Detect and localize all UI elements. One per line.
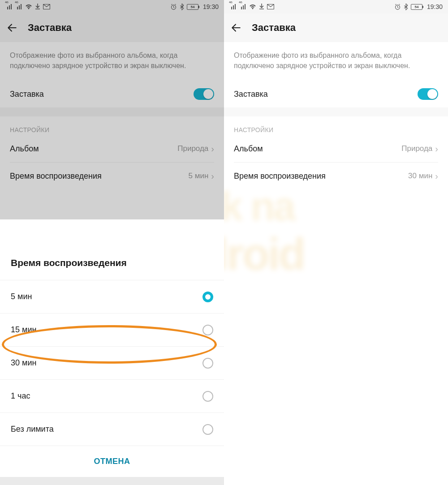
clock-text: 19:30 (203, 3, 219, 10)
option-nolimit[interactable]: Без лимита (0, 412, 224, 446)
back-button[interactable] (230, 22, 242, 34)
radio-selected-icon[interactable] (202, 292, 213, 302)
playback-time-sheet: Время воспроизведения 5 мин 15 мин 30 ми… (0, 245, 224, 485)
wifi-icon (249, 4, 256, 9)
battery-icon: 54 (187, 4, 198, 10)
sheet-title: Время воспроизведения (0, 245, 224, 280)
arrow-left-icon (6, 22, 18, 34)
screensaver-toggle-row[interactable]: Заставка (224, 81, 448, 107)
app-header: Заставка (224, 13, 448, 42)
option-5min[interactable]: 5 мин (0, 280, 224, 313)
screensaver-toggle-label: Заставка (10, 90, 44, 99)
option-label: 30 мин (11, 358, 36, 368)
album-value: Природа (401, 144, 432, 153)
empty-area (224, 189, 448, 458)
album-label: Альбом (10, 144, 39, 154)
toggle-switch[interactable] (418, 88, 438, 100)
screensaver-toggle-row[interactable]: Заставка (0, 81, 224, 107)
option-1hour[interactable]: 1 час (0, 379, 224, 412)
option-label: Без лимита (11, 425, 54, 434)
bluetooth-icon (404, 4, 408, 10)
playback-value: 30 мин (408, 172, 432, 180)
album-row[interactable]: Альбом Природа › (224, 135, 448, 162)
battery-icon: 54 (411, 4, 422, 10)
playback-row[interactable]: Время воспроизведения 5 мин › (0, 163, 224, 189)
chevron-right-icon: › (435, 171, 438, 181)
alarm-icon (394, 4, 401, 10)
alarm-icon (170, 4, 177, 10)
option-label: 15 мин (11, 325, 36, 335)
signal-icon: 4G (229, 4, 237, 9)
sheet-footer-gap (0, 477, 224, 485)
option-15min[interactable]: 15 мин (0, 313, 224, 346)
arrow-left-icon (230, 22, 242, 34)
radio-icon[interactable] (202, 424, 213, 435)
playback-label: Время воспроизведения (234, 172, 326, 181)
chevron-right-icon: › (211, 171, 214, 181)
toggle-switch[interactable] (194, 88, 214, 100)
settings-section-title: НАСТРОЙКИ (224, 116, 448, 135)
status-bar: 4G 4G 54 19:30 (0, 0, 224, 13)
playback-value: 5 мин (189, 172, 209, 180)
cancel-button[interactable]: ОТМЕНА (0, 446, 224, 477)
page-title: Заставка (252, 22, 296, 34)
screensaver-toggle-label: Заставка (234, 90, 268, 99)
radio-icon[interactable] (202, 391, 213, 402)
option-label: 5 мин (11, 292, 32, 301)
screensaver-description: Отображение фото из выбранного альбома, … (0, 42, 224, 81)
radio-icon[interactable] (202, 325, 213, 335)
signal-icon: 4G (5, 4, 13, 9)
settings-section-title: НАСТРОЙКИ (0, 116, 224, 135)
mail-icon (267, 4, 274, 9)
app-header: Заставка (0, 13, 224, 42)
download-icon (35, 4, 40, 10)
album-label: Альбом (234, 144, 263, 154)
screensaver-description: Отображение фото из выбранного альбома, … (224, 42, 448, 81)
download-icon (259, 4, 264, 10)
status-bar: 4G 4G 54 19:30 (224, 0, 448, 13)
chevron-right-icon: › (211, 144, 214, 154)
mail-icon (43, 4, 50, 9)
signal-icon: 4G (15, 4, 22, 9)
bluetooth-icon (180, 4, 184, 10)
option-30min[interactable]: 30 мин (0, 346, 224, 379)
back-button[interactable] (6, 22, 18, 34)
section-gap (0, 107, 224, 116)
signal-icon: 4G (239, 4, 246, 9)
playback-row[interactable]: Время воспроизведения 30 мин › (224, 163, 448, 189)
option-label: 1 час (11, 391, 30, 401)
section-gap (224, 107, 448, 116)
page-title: Заставка (28, 22, 72, 34)
wifi-icon (25, 4, 32, 9)
album-value: Природа (177, 144, 208, 153)
radio-icon[interactable] (202, 358, 213, 369)
album-row[interactable]: Альбом Природа › (0, 135, 224, 162)
playback-label: Время воспроизведения (10, 172, 102, 181)
chevron-right-icon: › (435, 144, 438, 154)
clock-text: 19:30 (427, 3, 443, 10)
